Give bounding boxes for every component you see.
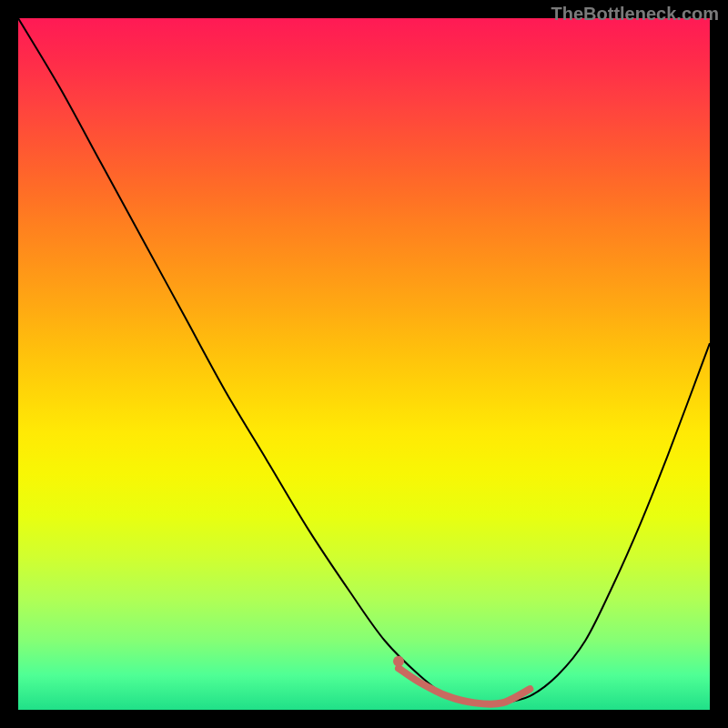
chart-svg [18, 18, 710, 710]
optimal-start-dot [393, 656, 404, 667]
watermark-text: TheBottleneck.com [551, 4, 719, 25]
bottleneck-curve [18, 18, 710, 703]
chart-plot-area [18, 18, 710, 710]
